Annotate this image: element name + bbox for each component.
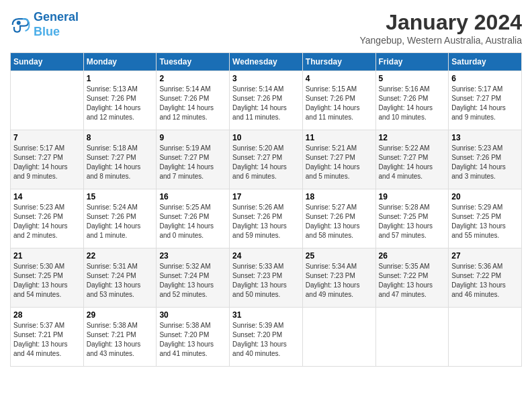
calendar-day: 7Sunrise: 5:17 AM Sunset: 7:27 PM Daylig… (11, 130, 84, 189)
calendar-day: 30Sunrise: 5:38 AM Sunset: 7:20 PM Dayli… (157, 308, 230, 367)
day-info: Sunrise: 5:18 AM Sunset: 7:27 PM Dayligh… (87, 144, 154, 181)
calendar-day: 22Sunrise: 5:31 AM Sunset: 7:24 PM Dayli… (83, 248, 157, 308)
calendar-day: 14Sunrise: 5:23 AM Sunset: 7:26 PM Dayli… (11, 189, 84, 248)
calendar-day: 23Sunrise: 5:32 AM Sunset: 7:24 PM Dayli… (157, 248, 230, 308)
calendar-day: 5Sunrise: 5:16 AM Sunset: 7:26 PM Daylig… (375, 71, 449, 130)
calendar-day: 9Sunrise: 5:19 AM Sunset: 7:27 PM Daylig… (157, 130, 230, 189)
day-info: Sunrise: 5:20 AM Sunset: 7:27 PM Dayligh… (232, 144, 300, 181)
calendar-day (11, 71, 84, 130)
day-number: 12 (379, 133, 446, 142)
calendar-day: 27Sunrise: 5:36 AM Sunset: 7:22 PM Dayli… (449, 248, 522, 308)
day-number: 18 (306, 192, 373, 201)
day-number: 2 (159, 74, 226, 83)
weekday-header: Thursday (302, 53, 375, 71)
calendar-day: 10Sunrise: 5:20 AM Sunset: 7:27 PM Dayli… (230, 130, 303, 189)
calendar-day: 2Sunrise: 5:14 AM Sunset: 7:26 PM Daylig… (157, 71, 230, 130)
day-number: 29 (87, 310, 154, 320)
day-info: Sunrise: 5:34 AM Sunset: 7:23 PM Dayligh… (306, 262, 373, 300)
day-number: 31 (232, 310, 300, 320)
day-info: Sunrise: 5:28 AM Sunset: 7:25 PM Dayligh… (379, 203, 446, 240)
calendar-day: 31Sunrise: 5:39 AM Sunset: 7:20 PM Dayli… (230, 308, 303, 367)
day-info: Sunrise: 5:30 AM Sunset: 7:25 PM Dayligh… (13, 262, 81, 300)
weekday-header: Tuesday (157, 53, 230, 71)
day-info: Sunrise: 5:17 AM Sunset: 7:27 PM Dayligh… (13, 144, 81, 181)
weekday-header-row: SundayMondayTuesdayWednesdayThursdayFrid… (11, 53, 522, 71)
day-number: 9 (159, 133, 226, 142)
day-info: Sunrise: 5:37 AM Sunset: 7:21 PM Dayligh… (13, 321, 81, 359)
calendar-day: 4Sunrise: 5:15 AM Sunset: 7:26 PM Daylig… (302, 71, 375, 130)
logo: General Blue (10, 10, 79, 39)
day-number: 23 (159, 251, 226, 261)
day-info: Sunrise: 5:35 AM Sunset: 7:22 PM Dayligh… (379, 262, 446, 300)
calendar-week-row: 21Sunrise: 5:30 AM Sunset: 7:25 PM Dayli… (11, 248, 522, 308)
calendar-day: 28Sunrise: 5:37 AM Sunset: 7:21 PM Dayli… (11, 308, 84, 367)
day-number: 15 (87, 192, 154, 201)
day-number: 20 (451, 192, 519, 201)
calendar-week-row: 28Sunrise: 5:37 AM Sunset: 7:21 PM Dayli… (11, 308, 522, 367)
day-number: 7 (13, 133, 81, 142)
month-title: January 2024 (359, 10, 522, 35)
calendar-day: 16Sunrise: 5:25 AM Sunset: 7:26 PM Dayli… (157, 189, 230, 248)
calendar-day: 24Sunrise: 5:33 AM Sunset: 7:23 PM Dayli… (230, 248, 303, 308)
page-header: General Blue January 2024 Yangebup, West… (10, 10, 522, 46)
weekday-header: Saturday (449, 53, 522, 71)
day-info: Sunrise: 5:27 AM Sunset: 7:26 PM Dayligh… (306, 203, 373, 240)
title-block: January 2024 Yangebup, Western Australia… (359, 10, 522, 46)
day-number: 1 (87, 74, 154, 83)
svg-point-1 (17, 21, 21, 25)
calendar-week-row: 7Sunrise: 5:17 AM Sunset: 7:27 PM Daylig… (11, 130, 522, 189)
calendar-table: SundayMondayTuesdayWednesdayThursdayFrid… (10, 52, 522, 367)
calendar-week-row: 1Sunrise: 5:13 AM Sunset: 7:26 PM Daylig… (11, 71, 522, 130)
day-info: Sunrise: 5:38 AM Sunset: 7:21 PM Dayligh… (87, 321, 154, 359)
day-number: 11 (306, 133, 373, 142)
day-number: 16 (159, 192, 226, 201)
calendar-day: 20Sunrise: 5:29 AM Sunset: 7:25 PM Dayli… (449, 189, 522, 248)
calendar-day: 3Sunrise: 5:14 AM Sunset: 7:26 PM Daylig… (230, 71, 303, 130)
weekday-header: Sunday (11, 53, 84, 71)
day-number: 17 (232, 192, 300, 201)
calendar-day: 13Sunrise: 5:23 AM Sunset: 7:26 PM Dayli… (449, 130, 522, 189)
day-number: 5 (379, 74, 446, 83)
calendar-day: 18Sunrise: 5:27 AM Sunset: 7:26 PM Dayli… (302, 189, 375, 248)
calendar-day: 19Sunrise: 5:28 AM Sunset: 7:25 PM Dayli… (375, 189, 449, 248)
day-number: 21 (13, 251, 81, 261)
day-number: 10 (232, 133, 300, 142)
calendar-day (302, 308, 375, 367)
day-number: 8 (87, 133, 154, 142)
logo-icon (10, 15, 30, 35)
day-info: Sunrise: 5:14 AM Sunset: 7:26 PM Dayligh… (159, 85, 226, 122)
day-number: 4 (306, 74, 373, 83)
calendar-day: 8Sunrise: 5:18 AM Sunset: 7:27 PM Daylig… (83, 130, 157, 189)
day-info: Sunrise: 5:31 AM Sunset: 7:24 PM Dayligh… (87, 262, 154, 300)
day-number: 22 (87, 251, 154, 261)
day-number: 6 (451, 74, 519, 83)
day-info: Sunrise: 5:19 AM Sunset: 7:27 PM Dayligh… (159, 144, 226, 181)
day-info: Sunrise: 5:25 AM Sunset: 7:26 PM Dayligh… (159, 203, 226, 240)
calendar-day: 25Sunrise: 5:34 AM Sunset: 7:23 PM Dayli… (302, 248, 375, 308)
subtitle: Yangebup, Western Australia, Australia (359, 35, 522, 46)
calendar-day (449, 308, 522, 367)
calendar-day (375, 308, 449, 367)
day-info: Sunrise: 5:15 AM Sunset: 7:26 PM Dayligh… (306, 85, 373, 122)
calendar-day: 26Sunrise: 5:35 AM Sunset: 7:22 PM Dayli… (375, 248, 449, 308)
day-info: Sunrise: 5:32 AM Sunset: 7:24 PM Dayligh… (159, 262, 226, 300)
day-number: 13 (451, 133, 519, 142)
weekday-header: Monday (83, 53, 157, 71)
day-info: Sunrise: 5:21 AM Sunset: 7:27 PM Dayligh… (306, 144, 373, 181)
day-number: 24 (232, 251, 300, 261)
calendar-day: 21Sunrise: 5:30 AM Sunset: 7:25 PM Dayli… (11, 248, 84, 308)
day-info: Sunrise: 5:13 AM Sunset: 7:26 PM Dayligh… (87, 85, 154, 122)
day-number: 30 (159, 310, 226, 320)
calendar-day: 17Sunrise: 5:26 AM Sunset: 7:26 PM Dayli… (230, 189, 303, 248)
day-number: 19 (379, 192, 446, 201)
day-info: Sunrise: 5:23 AM Sunset: 7:26 PM Dayligh… (451, 144, 519, 181)
day-number: 3 (232, 74, 300, 83)
day-info: Sunrise: 5:29 AM Sunset: 7:25 PM Dayligh… (451, 203, 519, 240)
day-info: Sunrise: 5:39 AM Sunset: 7:20 PM Dayligh… (232, 321, 300, 359)
day-info: Sunrise: 5:24 AM Sunset: 7:26 PM Dayligh… (87, 203, 154, 240)
day-info: Sunrise: 5:22 AM Sunset: 7:27 PM Dayligh… (379, 144, 446, 181)
day-number: 14 (13, 192, 81, 201)
day-info: Sunrise: 5:17 AM Sunset: 7:27 PM Dayligh… (451, 85, 519, 122)
calendar-day: 12Sunrise: 5:22 AM Sunset: 7:27 PM Dayli… (375, 130, 449, 189)
logo-text: General Blue (34, 10, 79, 39)
